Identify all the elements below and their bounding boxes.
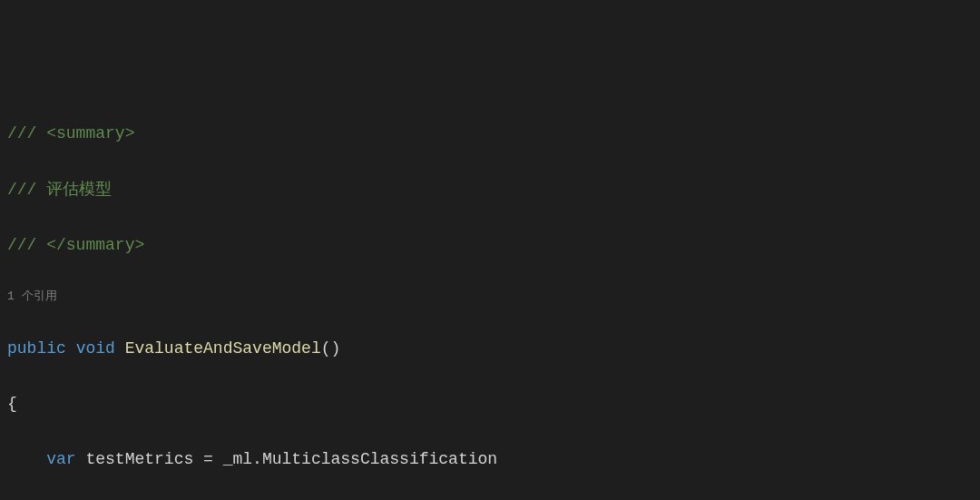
open-brace: { xyxy=(7,395,17,413)
xml-summary-close: </summary> xyxy=(46,236,144,254)
code-line-6[interactable]: { xyxy=(7,390,973,418)
code-line-3[interactable]: /// </summary> xyxy=(7,231,973,260)
parens: () xyxy=(321,339,341,358)
xml-comment-text: 评估模型 xyxy=(46,181,112,199)
reference-count: 1 个引用 xyxy=(7,289,57,303)
keyword-var: var xyxy=(46,450,75,468)
code-line-7[interactable]: var testMetrics = _ml.MulticlassClassifi… xyxy=(7,446,973,474)
xml-comment-prefix: /// xyxy=(7,181,46,199)
code-line-5[interactable]: public void EvaluateAndSaveModel() xyxy=(7,335,973,363)
expression: _ml.MulticlassClassification xyxy=(223,450,497,468)
method-name: EvaluateAndSaveModel xyxy=(125,339,321,358)
code-line-2[interactable]: /// 评估模型 xyxy=(7,176,973,204)
xml-summary-open: <summary> xyxy=(46,124,134,142)
code-line-1[interactable]: /// <summary> xyxy=(7,120,973,148)
keyword-void: void xyxy=(76,339,115,358)
xml-comment-prefix: /// xyxy=(7,236,46,254)
variable-name: testMetrics xyxy=(85,450,193,468)
keyword-public: public xyxy=(7,339,66,358)
xml-comment-prefix: /// xyxy=(7,124,46,142)
codelens-references[interactable]: 1 个引用 xyxy=(7,287,973,307)
